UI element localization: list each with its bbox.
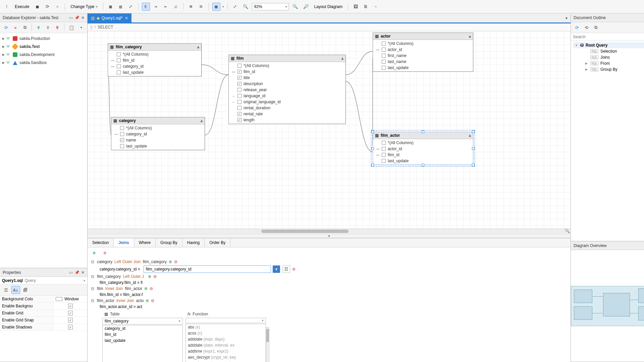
helper-table-list[interactable]: category_idfilm_idlast_update xyxy=(102,325,183,362)
list-item[interactable]: adddate (date, interval, ex xyxy=(186,342,266,348)
db-conn-icon[interactable]: Ψ xyxy=(44,23,52,32)
table-column[interactable]: *(All Columns) xyxy=(111,125,205,131)
db-connection-row[interactable]: ▶Ψsakila.Development xyxy=(0,51,87,59)
db-refresh-icon[interactable]: ⟳ xyxy=(2,23,10,32)
table-column[interactable]: last_name xyxy=(373,59,473,65)
join-row[interactable]: film_actor.actor_id = act xyxy=(90,304,568,310)
join-delete-icon[interactable]: ⊖ xyxy=(174,259,177,264)
column-checkbox[interactable] xyxy=(117,52,121,56)
outline-item[interactable]: ▶SQLGroup By xyxy=(573,66,644,72)
diagram-table-actor[interactable]: ▦actor▴*(All Columns)⊶actor_idfirst_name… xyxy=(373,33,473,72)
chevron-right-icon[interactable]: ▶ xyxy=(1,61,5,64)
zoom-out-icon[interactable]: 🔎 xyxy=(302,3,310,11)
table-column[interactable]: *(All Columns) xyxy=(108,51,201,57)
table-column[interactable]: ✓rental_rate xyxy=(229,111,345,117)
column-checkbox[interactable] xyxy=(382,60,386,64)
prop-value[interactable]: ✓ xyxy=(54,310,87,317)
table-column[interactable]: last_update xyxy=(108,69,201,75)
diagram-canvas[interactable]: ▦film_category▴*(All Columns)⊶film_id⊶ca… xyxy=(88,31,571,229)
join-row[interactable]: category.category_id =film_category.cate… xyxy=(90,265,568,274)
join-add-icon[interactable]: ⊕ xyxy=(146,298,149,303)
join-row[interactable]: ⊟category Left Outer Join film_category … xyxy=(90,259,568,265)
column-checkbox[interactable]: ✓ xyxy=(237,112,241,116)
overview-thumbnail[interactable] xyxy=(571,286,644,326)
list-item[interactable]: aes_decrypt (crypt_str, key xyxy=(186,360,266,362)
canvas-zoom-icon[interactable]: 🔍 xyxy=(565,229,570,233)
join-row[interactable]: film_category.film_id = fi xyxy=(90,280,568,286)
db-del-conn-icon[interactable]: Ψ xyxy=(53,23,61,32)
panel-float-icon[interactable]: ▭ xyxy=(68,15,74,21)
list-item[interactable]: film_id xyxy=(103,331,182,338)
resize-handle[interactable] xyxy=(422,164,424,166)
table-column[interactable]: ✓title xyxy=(229,75,345,81)
zoom-in-icon[interactable]: 🔍 xyxy=(291,3,300,11)
table-column[interactable]: ✓description xyxy=(229,81,345,87)
column-checkbox[interactable] xyxy=(117,64,121,68)
column-checkbox[interactable] xyxy=(237,64,241,68)
table-column[interactable]: ⊶actor_id xyxy=(373,47,473,53)
collapse-icon[interactable]: ⊟ xyxy=(90,259,95,264)
table-column[interactable]: ✓name xyxy=(111,137,205,143)
table-fold-icon[interactable]: ▴ xyxy=(201,118,203,123)
join-delete-icon[interactable]: ⊖ xyxy=(292,267,296,272)
table-column[interactable]: ↔original_language_id xyxy=(229,99,345,105)
outline-sync-icon[interactable]: ⟲ xyxy=(582,23,590,32)
panel-float-icon[interactable]: ▭ xyxy=(68,269,74,276)
chevron-right-icon[interactable]: ▶ xyxy=(1,37,5,40)
stop-icon[interactable]: ■ xyxy=(33,3,41,11)
resize-handle[interactable] xyxy=(371,147,374,150)
helper-function-scrollbar[interactable] xyxy=(266,327,269,362)
cancel-icon[interactable]: ✕ xyxy=(53,3,61,11)
column-checkbox[interactable] xyxy=(117,58,121,62)
split-handle[interactable]: ▾ xyxy=(88,234,571,238)
outline-expand-icon[interactable]: ⧉ xyxy=(592,23,600,32)
diagram-table-film_category[interactable]: ▦film_category▴*(All Columns)⊶film_id⊶ca… xyxy=(108,43,202,76)
join-row[interactable]: ⊟film_category Left Outer J ⊕ ⊖ xyxy=(90,274,568,280)
panel-pin-icon[interactable]: 📌 xyxy=(74,269,80,276)
helper-table-select[interactable]: film_category▾ xyxy=(102,318,183,324)
table-header[interactable]: ▦film_actor▴ xyxy=(373,132,473,139)
tb-icon-6[interactable]: ⇤ xyxy=(162,3,170,11)
zoom-combo[interactable]: 92% xyxy=(252,3,289,10)
list-item[interactable]: last_update xyxy=(103,338,182,344)
column-checkbox[interactable] xyxy=(382,141,386,145)
qb-tab-group-by[interactable]: Group By xyxy=(156,238,182,247)
outline-item[interactable]: SQLSelection xyxy=(573,48,644,54)
qb-remove-icon[interactable]: ⊖ xyxy=(101,249,109,257)
tabs-dropdown-icon[interactable]: ▾ xyxy=(562,16,571,20)
resize-handle[interactable] xyxy=(422,130,424,133)
table-column[interactable]: last_update xyxy=(373,158,473,164)
join-delete-icon[interactable]: ⊖ xyxy=(153,274,157,279)
db-connection-row[interactable]: ▶Ψsakila.Production xyxy=(0,35,87,43)
execute-icon[interactable]: ! xyxy=(3,3,11,11)
panel-close-icon[interactable]: ✕ xyxy=(80,269,86,276)
table-column[interactable]: rental_duration xyxy=(229,105,345,111)
table-header[interactable]: ▦film_category▴ xyxy=(108,44,201,51)
table-fold-icon[interactable]: ▴ xyxy=(469,133,471,138)
table-column[interactable]: release_year xyxy=(229,87,345,93)
list-item[interactable]: addtime (expr1, expr2) xyxy=(186,348,266,354)
tb-overflow-icon[interactable]: ⋯ xyxy=(372,3,380,11)
join-expr-dropdown-icon[interactable]: ▾ xyxy=(273,265,280,273)
tb-icon-5[interactable]: ⇥ xyxy=(152,3,160,11)
chevron-right-icon[interactable]: ▶ xyxy=(584,68,588,71)
join-delete-icon[interactable]: ⊖ xyxy=(150,286,153,291)
tb-icon-img[interactable]: 🖼 xyxy=(352,3,360,11)
column-checkbox[interactable] xyxy=(382,153,386,157)
change-type-button[interactable]: Change Type ▾ xyxy=(68,3,99,11)
table-fold-icon[interactable]: ▴ xyxy=(197,45,199,49)
column-checkbox[interactable]: ✓ xyxy=(120,138,124,142)
column-checkbox[interactable] xyxy=(237,88,241,92)
table-column[interactable]: ⊶actor_id xyxy=(373,146,473,152)
chevron-down-icon[interactable]: ▾ xyxy=(574,44,578,47)
column-checkbox[interactable] xyxy=(382,66,386,70)
outline-item[interactable]: SQLJoins xyxy=(573,54,644,60)
tb-icon-4[interactable]: ∈ xyxy=(142,3,150,11)
column-checkbox[interactable] xyxy=(120,132,124,136)
column-checkbox[interactable] xyxy=(120,126,124,130)
prop-value[interactable]: Window xyxy=(54,296,87,303)
chevron-right-icon[interactable]: ▶ xyxy=(1,45,5,48)
collapse-icon[interactable]: ⊟ xyxy=(90,286,95,291)
column-checkbox[interactable] xyxy=(117,70,121,74)
tb-icon-7[interactable]: ☑ xyxy=(172,3,180,11)
